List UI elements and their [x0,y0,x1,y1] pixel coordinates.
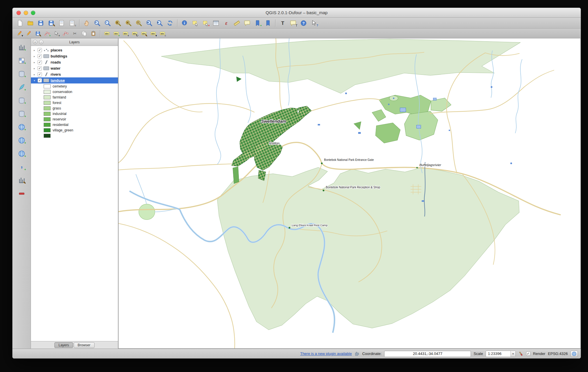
visibility-checkbox[interactable]: ✓ [38,48,42,52]
landuse-class-grass[interactable]: grass [31,105,118,111]
landuse-class-industrial[interactable]: industrial [31,111,118,116]
add-postgis-layer-button[interactable]: + [16,69,27,79]
add-mssql-layer-button[interactable]: + [16,96,27,105]
close-button[interactable] [16,11,21,15]
expander-icon[interactable]: ▸ [33,61,36,64]
new-bookmark-button[interactable]: + [252,19,263,27]
pan-map-button[interactable] [82,19,92,27]
label-move-button[interactable]: + [121,29,130,38]
open-project-button[interactable] [25,19,36,27]
layer-item-water[interactable]: ▸ ✓ water [31,65,118,71]
tab-browser[interactable]: Browser [74,342,95,348]
node-tool-button[interactable] [61,29,70,38]
crs-status-button[interactable] [570,351,578,357]
maximize-button[interactable] [31,11,35,15]
plugin-icon[interactable] [354,351,360,356]
coordinate-input[interactable] [384,351,471,357]
render-paint-icon[interactable] [518,351,524,356]
add-wfs-layer-button[interactable]: + [16,149,27,159]
float-panel-button[interactable]: ▫ [39,40,43,44]
refresh-map-button[interactable] [165,19,175,27]
render-checkbox[interactable]: ✓ [526,351,530,356]
zoom-in-button[interactable]: + [92,19,102,27]
layer-item-rivers[interactable]: ▸ ✓ rivers [31,71,118,77]
expander-icon[interactable]: ▾ [33,79,36,82]
layer-item-roads[interactable]: ▸ ✓ roads [31,59,118,65]
measure-line-button[interactable] [232,19,242,27]
toggle-editing-button[interactable] [24,29,33,38]
label-pin-button[interactable]: ▾ [149,29,158,38]
visibility-checkbox[interactable]: ✓ [38,72,42,77]
zoom-next-button[interactable]: ▸ [154,19,165,27]
expander-icon[interactable]: ▸ [33,73,36,76]
remove-layer-button[interactable] [16,189,27,198]
text-annotation-button[interactable] [278,19,288,27]
zoom-last-button[interactable]: ◂ [144,19,154,27]
label-properties-button[interactable]: ≡ [158,29,167,38]
save-project-button[interactable] [36,19,46,27]
current-edits-button[interactable]: ▾ [15,29,24,38]
add-spatialite-layer-button[interactable]: + [16,82,27,92]
new-project-button[interactable] [15,19,25,27]
new-shapefile-layer-button[interactable]: ✎ [16,175,27,185]
visibility-checkbox[interactable]: ✓ [38,66,42,70]
label-edit-button[interactable]: ✎ [139,29,149,38]
add-raster-layer-button[interactable]: + [16,56,27,66]
add-delimited-text-layer-button[interactable]: + [16,162,27,172]
field-calculator-button[interactable] [221,19,232,27]
visibility-checkbox[interactable]: ✓ [38,78,42,83]
landuse-class-conservation[interactable]: conservation [31,89,118,94]
titlebar[interactable]: QGIS 2.0.1-Dufour – basic_map [12,8,581,18]
composer-manager-button[interactable]: ≡ [67,19,77,27]
minimize-button[interactable] [24,11,28,15]
add-oracle-layer-button[interactable]: + [16,109,27,119]
landuse-class-forest[interactable]: forest [31,100,118,105]
landuse-class-unlabeled[interactable] [31,133,118,138]
cut-features-button[interactable] [70,29,79,38]
combo-arrow-icon[interactable]: ▾ [511,351,515,357]
select-features-button[interactable] [190,19,200,27]
add-feature-button[interactable]: + [42,29,52,38]
annotation-button[interactable]: T [288,19,298,27]
layer-item-places[interactable]: ▸ ✓ places [31,47,118,53]
identify-features-button[interactable] [180,19,190,27]
new-print-composer-button[interactable] [56,19,67,27]
landuse-class-village-green[interactable]: village_green [31,127,118,133]
layer-item-buildings[interactable]: ▸ ✓ buildings [31,53,118,59]
expander-icon[interactable]: ▸ [33,55,36,58]
visibility-checkbox[interactable]: ✓ [38,54,42,58]
whats-this-button[interactable]: ? [309,19,319,27]
expander-icon[interactable]: ▸ [33,67,36,70]
paste-features-button[interactable] [89,29,98,38]
label-rotate-button[interactable]: ↻ [130,29,139,38]
landuse-class-reservoir[interactable]: reservoir [31,116,118,122]
add-wms-layer-button[interactable]: + [16,122,27,132]
expander-icon[interactable]: ▸ [33,49,36,52]
show-bookmarks-button[interactable] [263,19,273,27]
add-wcs-layer-button[interactable]: + [16,135,27,145]
zoom-full-button[interactable]: ▦ [113,19,123,27]
labeling-options-button[interactable] [102,29,112,38]
zoom-out-button[interactable]: − [102,19,113,27]
visibility-checkbox[interactable]: ✓ [38,60,42,64]
open-attribute-table-button[interactable] [211,19,221,27]
tab-layers[interactable]: Layers [54,342,73,348]
layer-item-landuse[interactable]: ▾ ✓ landuse [31,77,118,83]
save-layer-edits-button[interactable]: ✎ [33,29,42,38]
save-project-as-button[interactable]: ✎ [46,19,56,27]
landuse-class-cemetery[interactable]: cemetery [31,83,118,89]
landuse-class-farmland[interactable]: farmland [31,94,118,100]
zoom-to-layer-button[interactable]: ▤ [134,19,144,27]
zoom-to-selection-button[interactable]: ▣ [123,19,134,27]
label-add-button[interactable]: + [112,29,121,38]
deselect-features-button[interactable]: × [200,19,211,27]
help-contents-button[interactable] [298,19,309,27]
map-tips-button[interactable] [242,19,252,27]
landuse-class-residential[interactable]: residential [31,122,118,127]
map-canvas[interactable]: Swellendam Railton Bontebok National Par… [119,38,580,348]
plugin-available-link[interactable]: There is a new plugin available [300,351,352,356]
scale-combo[interactable]: 1:23396 ▾ [486,351,516,357]
copy-features-button[interactable] [79,29,89,38]
add-vector-layer-button[interactable]: + [16,42,27,52]
close-panel-button[interactable]: × [33,40,37,44]
